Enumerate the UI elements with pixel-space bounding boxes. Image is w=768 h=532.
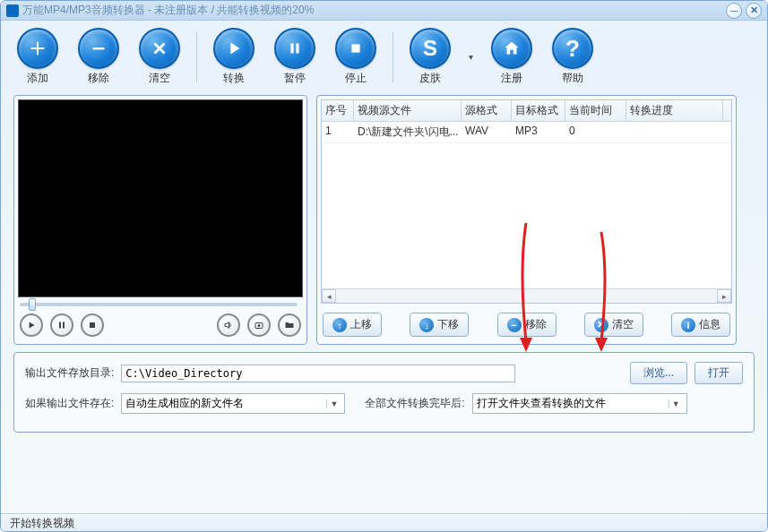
down-arrow-icon: ↓	[419, 318, 434, 332]
open-button[interactable]: 打开	[695, 362, 743, 384]
video-preview[interactable]	[18, 99, 303, 297]
play-icon	[224, 39, 244, 58]
file-list-panel: 序号 视频源文件 源格式 目标格式 当前时间 转换进度 1 D:\新建文件夹\闪…	[316, 95, 737, 345]
scroll-track[interactable]	[336, 289, 717, 303]
home-icon	[502, 39, 522, 58]
skin-dropdown[interactable]: ▾	[467, 45, 475, 69]
col-index[interactable]: 序号	[322, 100, 354, 121]
col-srcfmt[interactable]: 源格式	[462, 100, 512, 121]
window-title: 万能MP4/MP3音频转换器 - 未注册版本 / 共能转换视频的20%	[22, 3, 726, 18]
x-icon	[150, 39, 169, 58]
chevron-down-icon: ▼	[326, 399, 341, 408]
minus-icon	[89, 39, 108, 58]
volume-button[interactable]	[217, 313, 240, 337]
table-header: 序号 视频源文件 源格式 目标格式 当前时间 转换进度	[322, 100, 731, 122]
file-table: 序号 视频源文件 源格式 目标格式 当前时间 转换进度 1 D:\新建文件夹\闪…	[321, 99, 732, 304]
register-button[interactable]: 注册	[488, 28, 536, 86]
list-clear-button[interactable]: ✕清空	[584, 313, 643, 337]
output-settings-panel: 输出文件存放目录: 浏览... 打开 如果输出文件存在: 自动生成相应的新文件名…	[13, 352, 755, 433]
col-source[interactable]: 视频源文件	[354, 100, 462, 121]
skin-icon: S	[423, 36, 437, 61]
convert-button[interactable]: 转换	[210, 28, 258, 86]
pause-icon	[285, 39, 305, 58]
camera-icon	[254, 320, 264, 330]
main-toolbar: 添加 移除 清空 转换 暂停 停止	[1, 21, 767, 90]
separator	[196, 32, 197, 82]
scroll-right-arrow[interactable]: ▸	[717, 289, 731, 303]
slider-thumb[interactable]	[29, 298, 36, 311]
separator	[393, 32, 393, 82]
after-done-label: 全部文件转换完毕后:	[365, 396, 464, 411]
question-icon: ?	[565, 35, 580, 63]
svg-rect-2	[296, 44, 298, 54]
info-button[interactable]: i信息	[671, 313, 730, 337]
clear-button[interactable]: 清空	[135, 28, 184, 86]
svg-point-8	[258, 324, 261, 327]
snapshot-button[interactable]	[247, 313, 271, 337]
preview-stop-button[interactable]	[81, 313, 104, 337]
play-icon	[26, 320, 37, 330]
stop-icon	[87, 320, 98, 330]
output-dir-label: 输出文件存放目录:	[25, 365, 114, 381]
scroll-left-arrow[interactable]: ◂	[322, 289, 336, 303]
info-icon: i	[681, 318, 695, 332]
preview-panel	[13, 95, 307, 345]
col-dstfmt[interactable]: 目标格式	[512, 100, 565, 121]
output-dir-input[interactable]	[121, 365, 515, 382]
svg-rect-3	[351, 44, 359, 52]
horizontal-scrollbar[interactable]: ◂ ▸	[322, 288, 731, 303]
up-arrow-icon: ↑	[332, 318, 347, 332]
app-icon	[6, 4, 19, 17]
plus-icon	[28, 39, 47, 58]
col-progress[interactable]: 转换进度	[626, 100, 723, 121]
add-button[interactable]: 添加	[13, 28, 62, 86]
seek-slider[interactable]	[20, 303, 298, 306]
if-exists-label: 如果输出文件存在:	[25, 396, 114, 411]
move-up-button[interactable]: ↑上移	[323, 313, 382, 337]
preview-play-button[interactable]	[20, 313, 43, 337]
after-done-combo[interactable]: 打开文件夹查看转换的文件▼	[472, 393, 687, 414]
status-bar: 开始转换视频	[1, 513, 767, 531]
skin-button[interactable]: S 皮肤	[406, 28, 454, 86]
close-button[interactable]: ✕	[746, 3, 762, 19]
svg-rect-0	[93, 47, 105, 49]
speaker-icon	[223, 320, 234, 330]
pause-icon	[56, 320, 67, 330]
preview-pause-button[interactable]	[50, 313, 73, 337]
x-icon: ✕	[594, 318, 608, 332]
stop-button[interactable]: 停止	[332, 28, 380, 86]
pause-button[interactable]: 暂停	[271, 28, 319, 86]
table-row[interactable]: 1 D:\新建文件夹\闪电... WAV MP3 0	[322, 122, 731, 143]
svg-rect-4	[59, 322, 61, 329]
list-remove-button[interactable]: −移除	[497, 313, 557, 337]
remove-button[interactable]: 移除	[74, 28, 123, 86]
minimize-button[interactable]: ─	[726, 3, 742, 19]
chevron-down-icon: ▼	[669, 399, 683, 408]
svg-rect-1	[290, 44, 293, 54]
table-body[interactable]: 1 D:\新建文件夹\闪电... WAV MP3 0	[322, 122, 731, 288]
browse-button[interactable]: 浏览...	[630, 362, 687, 384]
titlebar: 万能MP4/MP3音频转换器 - 未注册版本 / 共能转换视频的20% ─ ✕	[1, 1, 767, 21]
if-exists-combo[interactable]: 自动生成相应的新文件名▼	[121, 393, 345, 414]
help-button[interactable]: ? 帮助	[548, 28, 597, 86]
folder-icon	[284, 320, 295, 330]
svg-rect-6	[90, 322, 95, 328]
move-down-button[interactable]: ↓下移	[410, 313, 469, 337]
minus-icon: −	[507, 318, 522, 332]
status-text: 开始转换视频	[10, 517, 74, 529]
open-folder-button[interactable]	[278, 313, 301, 337]
stop-icon	[346, 39, 366, 58]
svg-rect-5	[63, 322, 65, 329]
col-time[interactable]: 当前时间	[565, 100, 626, 121]
